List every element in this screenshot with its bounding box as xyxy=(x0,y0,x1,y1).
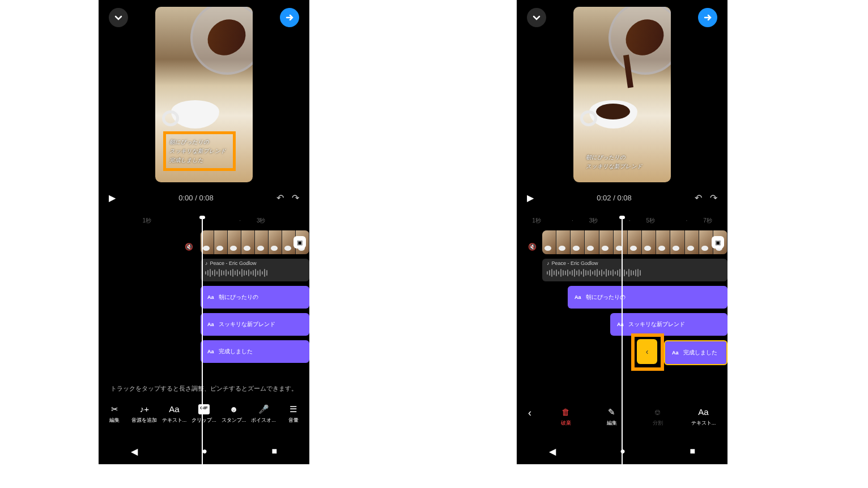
waveform xyxy=(205,268,305,278)
cup-shape xyxy=(171,100,219,129)
caption-track[interactable]: Aaスッキリな新ブレンド xyxy=(610,313,727,336)
android-nav: ◀ ● ■ xyxy=(99,438,309,464)
nav-home[interactable]: ● xyxy=(620,446,626,456)
glass-shape xyxy=(609,7,671,75)
music-track[interactable]: ♪Peace - Eric Godlow xyxy=(201,259,309,281)
timeline[interactable]: 🔇 ▣ ♪Peace - Eric Godlow Aa朝にぴったりの Aaスッキ… xyxy=(517,230,727,365)
caption-track[interactable]: Aa完成しました xyxy=(201,340,309,363)
tool-delete[interactable]: 🗑破棄 xyxy=(552,407,580,427)
collapse-button[interactable] xyxy=(527,8,546,27)
tool-stamp[interactable]: ☻スタンプ... xyxy=(220,404,248,424)
caption-track[interactable]: Aa朝にぴったりの xyxy=(568,286,727,309)
tool-label: 編集 xyxy=(109,417,120,424)
caption-track-selected[interactable]: Aa完成しました xyxy=(664,340,727,365)
text-icon: Aa xyxy=(207,294,214,300)
caption-text: スッキリな新ブレンド xyxy=(219,320,275,328)
nav-recent[interactable]: ■ xyxy=(690,446,696,456)
mute-icon[interactable]: 🔇 xyxy=(185,243,193,251)
play-button[interactable]: ▶ xyxy=(109,192,116,203)
ruler-tick: 1秒 xyxy=(143,217,152,225)
music-icon: ♪ xyxy=(205,260,208,266)
mute-icon[interactable]: 🔇 xyxy=(528,243,537,251)
music-title: Peace - Eric Godlow xyxy=(210,260,257,266)
cup-shape xyxy=(589,100,637,129)
playback-bar: ▶ 0:02 / 0:08 ↶ ↷ xyxy=(517,188,727,208)
clip-badge[interactable]: ▣ xyxy=(712,236,724,249)
caption-track[interactable]: Aa朝にぴったりの xyxy=(201,286,309,309)
ruler-tick: 3秒 xyxy=(572,217,598,225)
play-button[interactable]: ▶ xyxy=(527,192,534,203)
tool-label: 分割 xyxy=(653,419,663,427)
chevron-down-icon xyxy=(114,13,123,22)
help-text: トラックをタップすると長さ調整、ピンチするとズームできます。 xyxy=(99,376,309,401)
nav-back[interactable]: ◀ xyxy=(131,446,138,457)
back-button[interactable]: ‹ xyxy=(528,407,531,419)
glass-shape xyxy=(190,7,253,75)
playhead[interactable] xyxy=(202,219,203,464)
tool-split[interactable]: ⎊分割 xyxy=(644,407,671,427)
video-track[interactable]: ▣ xyxy=(542,230,727,254)
split-icon: ⎊ xyxy=(655,407,660,417)
trim-handle-left[interactable]: ‹ xyxy=(637,339,657,364)
caption-line: スッキリな新ブレンド xyxy=(169,147,226,156)
undo-button[interactable]: ↶ xyxy=(276,192,284,203)
video-preview[interactable]: 朝にぴったりの スッキリな新ブレンド xyxy=(573,7,671,182)
ruler-tick: 1秒 xyxy=(532,217,541,225)
arrow-right-icon xyxy=(285,13,294,22)
gif-icon: GIF xyxy=(198,404,209,414)
ruler-tick: 5秒 xyxy=(629,217,655,225)
undo-button[interactable]: ↶ xyxy=(695,192,702,203)
tool-volume[interactable]: ☰音量 xyxy=(280,404,307,424)
caption-overlay-selected[interactable]: 朝にぴったりの スッキリな新ブレンド 完成しました xyxy=(163,131,236,171)
caption-text: 完成しました xyxy=(219,348,253,356)
music-title: Peace - Eric Godlow xyxy=(552,260,598,266)
music-icon: ♪ xyxy=(547,260,550,266)
next-button[interactable] xyxy=(698,8,717,27)
tool-label: テキスト... xyxy=(162,417,187,424)
tool-music[interactable]: ♪+音源を追加 xyxy=(131,404,158,424)
nav-back[interactable]: ◀ xyxy=(549,446,556,457)
music-track[interactable]: ♪Peace - Eric Godlow xyxy=(542,259,727,281)
sliders-icon: ☰ xyxy=(290,404,297,414)
video-preview[interactable]: 朝にぴったりの スッキリな新ブレンド 完成しました xyxy=(155,7,253,182)
caption-text: 朝にぴったりの xyxy=(219,293,258,301)
phone-left: 朝にぴったりの スッキリな新ブレンド 完成しました ▶ 0:00 / 0:08 … xyxy=(99,0,309,464)
caption-line: 朝にぴったりの xyxy=(169,138,226,147)
time-display: 0:00 / 0:08 xyxy=(116,194,276,202)
tool-label: テキスト... xyxy=(691,419,716,427)
tool-voice[interactable]: 🎤ボイスオ... xyxy=(250,404,277,424)
nav-recent[interactable]: ■ xyxy=(272,446,278,456)
playback-bar: ▶ 0:00 / 0:08 ↶ ↷ xyxy=(99,188,309,208)
text-icon: Aa xyxy=(698,407,708,417)
video-track[interactable]: ▣ xyxy=(201,230,309,254)
toolbar: ✂編集 ♪+音源を追加 Aaテキスト... GIFクリップ... ☻スタンプ..… xyxy=(99,402,309,431)
text-icon: Aa xyxy=(169,404,179,414)
tool-label: ボイスオ... xyxy=(251,417,276,424)
tool-clip[interactable]: GIFクリップ... xyxy=(190,404,218,424)
caption-line: 完成しました xyxy=(169,156,226,165)
collapse-button[interactable] xyxy=(109,8,128,27)
tool-text[interactable]: Aaテキスト... xyxy=(160,404,188,424)
scissors-icon: ✂ xyxy=(111,404,118,414)
mic-icon: 🎤 xyxy=(258,404,269,414)
redo-button[interactable]: ↷ xyxy=(292,192,299,203)
playhead[interactable] xyxy=(622,219,623,464)
tool-label: クリップ... xyxy=(192,417,216,424)
music-icon: ♪+ xyxy=(140,404,149,414)
tool-label: 破棄 xyxy=(561,419,571,427)
tool-edit[interactable]: ✂編集 xyxy=(101,404,128,424)
chevron-down-icon xyxy=(532,13,541,22)
timeline-ruler: 1秒 3秒 xyxy=(99,212,309,227)
tool-label: 音量 xyxy=(288,417,299,424)
time-display: 0:02 / 0:08 xyxy=(534,194,695,202)
caption-track[interactable]: Aaスッキリな新ブレンド xyxy=(201,313,309,336)
text-icon: Aa xyxy=(575,294,581,300)
ruler-tick: 7秒 xyxy=(686,217,712,225)
ruler-tick: 3秒 xyxy=(239,217,265,225)
clip-badge[interactable]: ▣ xyxy=(293,236,306,249)
tool-text[interactable]: Aaテキスト... xyxy=(690,407,717,427)
next-button[interactable] xyxy=(280,8,299,27)
redo-button[interactable]: ↷ xyxy=(710,192,717,203)
timeline[interactable]: 🔇 ▣ ♪Peace - Eric Godlow Aa朝にぴったりの Aaスッキ… xyxy=(99,230,309,363)
caption-overlay: 朝にぴったりの スッキリな新ブレンド xyxy=(586,153,643,171)
